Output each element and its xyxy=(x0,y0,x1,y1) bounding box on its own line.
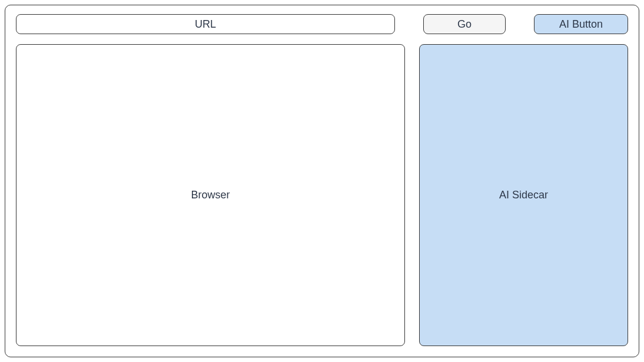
main-area: Browser AI Sidecar xyxy=(16,44,628,346)
ai-button-label: AI Button xyxy=(559,18,603,31)
top-bar: URL Go AI Button xyxy=(16,14,628,35)
go-button[interactable]: Go xyxy=(423,14,506,34)
browser-pane-label: Browser xyxy=(191,189,230,201)
ai-sidecar-label: AI Sidecar xyxy=(499,189,548,201)
ai-button[interactable]: AI Button xyxy=(534,14,628,34)
ai-sidecar-pane: AI Sidecar xyxy=(419,44,628,346)
window-frame: URL Go AI Button Browser AI Sidecar xyxy=(5,5,639,357)
url-input[interactable]: URL xyxy=(16,14,395,34)
url-placeholder-text: URL xyxy=(195,18,216,31)
browser-pane: Browser xyxy=(16,44,405,346)
go-button-label: Go xyxy=(457,18,472,31)
